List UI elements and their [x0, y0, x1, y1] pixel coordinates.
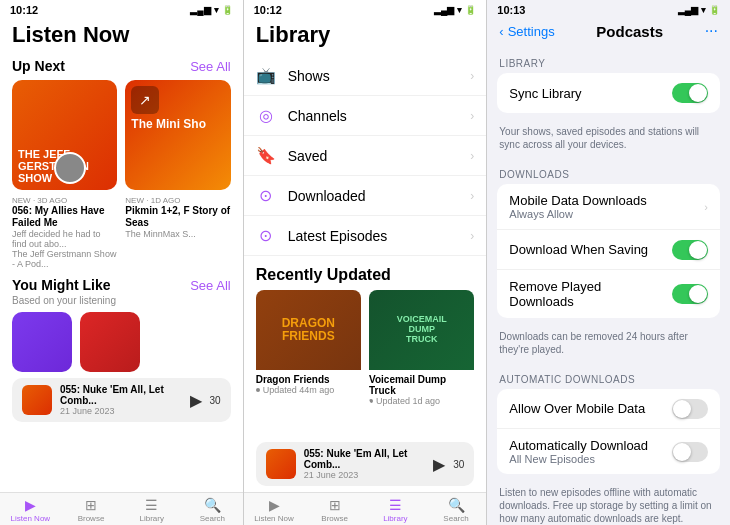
- dot-icon2: [369, 399, 373, 403]
- card-jeff-show[interactable]: THE JEFF GERSTMANN SHOW: [12, 80, 117, 190]
- mini-skip-button-p1[interactable]: 30: [210, 395, 221, 406]
- based-on-label: Based on your listening: [0, 295, 243, 312]
- library-row-channels[interactable]: ◎ Channels ›: [244, 96, 487, 136]
- downloads-section-card: Mobile Data Downloads Always Allow › Dow…: [497, 184, 720, 318]
- episode-info-row: NEW · 3D AGO 056: My Allies Have Failed …: [0, 190, 243, 269]
- download-when-saving-row[interactable]: Download When Saving: [497, 230, 720, 270]
- dot-icon: [256, 388, 260, 392]
- remove-played-toggle[interactable]: [672, 284, 708, 304]
- mini-info-p1: 055: Nuke 'Em All, Let Comb... 21 June 2…: [60, 384, 182, 416]
- remove-played-label: Remove Played Downloads: [509, 279, 664, 309]
- ml-card-2[interactable]: [80, 312, 140, 372]
- battery-icon: 🔋: [222, 5, 233, 15]
- status-icons-p3: ▂▄▆ ▾ 🔋: [678, 5, 720, 15]
- tab-library[interactable]: ☰ Library: [121, 497, 182, 523]
- shows-chevron: ›: [470, 69, 474, 83]
- library-row-latest[interactable]: ⊙ Latest Episodes ›: [244, 216, 487, 256]
- card1-avatar: [54, 152, 86, 184]
- time-p2: 10:12: [254, 4, 282, 16]
- remove-played-row[interactable]: Remove Played Downloads: [497, 270, 720, 318]
- tab-p2-search-label: Search: [443, 514, 468, 523]
- tab-browse[interactable]: ⊞ Browse: [61, 497, 122, 523]
- tab-p2-library[interactable]: ☰ Library: [365, 497, 426, 523]
- dragon-friends-art: DRAGONFRIENDS: [256, 290, 361, 370]
- play-icon: ▶: [25, 497, 36, 513]
- grid-icon: ⊞: [85, 497, 97, 513]
- mini-title-p1: 055: Nuke 'Em All, Let Comb...: [60, 384, 182, 406]
- sync-library-label-stack: Sync Library: [509, 86, 664, 101]
- library-title: Library: [256, 22, 475, 48]
- up-next-cards: THE JEFF GERSTMANN SHOW ↗ The Mini Sho: [0, 80, 243, 190]
- tab-library-label: Library: [139, 514, 163, 523]
- ml-card-1[interactable]: [12, 312, 72, 372]
- see-all-2-button[interactable]: See All: [190, 278, 230, 293]
- mini-play-button-p1[interactable]: ▶: [190, 391, 202, 410]
- status-bar-p3: 10:13 ▂▄▆ ▾ 🔋: [487, 0, 730, 18]
- mini-title-p2: 055: Nuke 'Em All, Let Comb...: [304, 448, 426, 470]
- library-row-shows[interactable]: 📺 Shows ›: [244, 56, 487, 96]
- mini-player-p1[interactable]: 055: Nuke 'Em All, Let Comb... 21 June 2…: [12, 378, 231, 422]
- sync-library-toggle[interactable]: [672, 83, 708, 103]
- tab-p2-listen-now[interactable]: ▶ Listen Now: [244, 497, 305, 523]
- settings-content: LIBRARY Sync Library Your shows, saved e…: [487, 48, 730, 525]
- mini-player-p2[interactable]: 055: Nuke 'Em All, Let Comb... 21 June 2…: [256, 442, 475, 486]
- card-mini-show[interactable]: ↗ The Mini Sho: [125, 80, 230, 190]
- mini-skip-button-p2[interactable]: 30: [453, 459, 464, 470]
- mobile-data-stack: Mobile Data Downloads Always Allow: [509, 193, 696, 220]
- mini-date-p1: 21 June 2023: [60, 406, 182, 416]
- tab-search[interactable]: 🔍 Search: [182, 497, 243, 523]
- auto-download-row[interactable]: Automatically Download All New Episodes: [497, 429, 720, 474]
- grid-icon-p2: ⊞: [329, 497, 341, 513]
- allow-over-mobile-label: Allow Over Mobile Data: [509, 401, 664, 416]
- back-button[interactable]: ‹ Settings: [499, 24, 554, 39]
- mini-controls-p1: ▶ 30: [190, 391, 221, 410]
- settings-title: Podcasts: [596, 23, 663, 40]
- channels-label: Channels: [288, 108, 459, 124]
- auto-download-toggle[interactable]: [672, 442, 708, 462]
- tab-p2-browse[interactable]: ⊞ Browse: [304, 497, 365, 523]
- downloaded-label: Downloaded: [288, 188, 459, 204]
- more-options-button[interactable]: ···: [705, 22, 718, 40]
- library-row-saved[interactable]: 🔖 Saved ›: [244, 136, 487, 176]
- download-when-saving-toggle[interactable]: [672, 240, 708, 260]
- mobile-data-label: Mobile Data Downloads: [509, 193, 696, 208]
- listen-now-header: Listen Now: [0, 18, 243, 54]
- mini-controls-p2: ▶ 30: [433, 455, 464, 474]
- allow-over-mobile-toggle[interactable]: [672, 399, 708, 419]
- ep1-desc: Jeff decided he had to find out abo...: [12, 229, 117, 249]
- ep1-show: The Jeff Gerstmann Show - A Pod...: [12, 249, 117, 269]
- mini-play-button-p2[interactable]: ▶: [433, 455, 445, 474]
- auto-download-desc: Listen to new episodes offline with auto…: [487, 484, 730, 525]
- downloaded-icon: ⊙: [256, 186, 276, 205]
- dragon-sub: Updated 44m ago: [256, 385, 361, 395]
- tab-listen-now[interactable]: ▶ Listen Now: [0, 497, 61, 523]
- ep2-title: Pikmin 1+2, F Story of Seas: [125, 205, 230, 229]
- panel-listen-now: 10:12 ▂▄▆ ▾ 🔋 Listen Now Up Next See All…: [0, 0, 243, 525]
- tab-p2-search[interactable]: 🔍 Search: [426, 497, 487, 523]
- panel-library: 10:12 ▂▄▆ ▾ 🔋 Library 📺 Shows › ◎ Channe…: [243, 0, 487, 525]
- sync-library-row[interactable]: Sync Library: [497, 73, 720, 113]
- mobile-data-row[interactable]: Mobile Data Downloads Always Allow ›: [497, 184, 720, 230]
- status-icons-p2: ▂▄▆ ▾ 🔋: [434, 5, 476, 15]
- latest-chevron: ›: [470, 229, 474, 243]
- saved-chevron: ›: [470, 149, 474, 163]
- downloaded-chevron: ›: [470, 189, 474, 203]
- library-header: Library: [244, 18, 487, 56]
- recent-card-voicemail[interactable]: VOICEMAILDUMPTRUCK Voicemail Dump Truck …: [369, 290, 474, 406]
- wifi-icon: ▾: [214, 5, 219, 15]
- channels-icon: ◎: [256, 106, 276, 125]
- auto-downloads-section-card: Allow Over Mobile Data Automatically Dow…: [497, 389, 720, 474]
- battery-icon-p3: 🔋: [709, 5, 720, 15]
- mini-info-p2: 055: Nuke 'Em All, Let Comb... 21 June 2…: [304, 448, 426, 480]
- see-all-1-button[interactable]: See All: [190, 59, 230, 74]
- dragon-updated: Updated 44m ago: [263, 385, 335, 395]
- play-icon-p2: ▶: [269, 497, 280, 513]
- recent-card-dragon[interactable]: DRAGONFRIENDS Dragon Friends Updated 44m…: [256, 290, 361, 406]
- tab-p2-library-label: Library: [383, 514, 407, 523]
- library-row-downloaded[interactable]: ⊙ Downloaded ›: [244, 176, 487, 216]
- recent-cards: DRAGONFRIENDS Dragon Friends Updated 44m…: [244, 290, 487, 406]
- allow-over-mobile-row[interactable]: Allow Over Mobile Data: [497, 389, 720, 429]
- tab-p2-browse-label: Browse: [321, 514, 348, 523]
- remove-played-desc: Downloads can be removed 24 hours after …: [487, 328, 730, 364]
- ep2-tag: NEW · 1D AGO: [125, 196, 230, 205]
